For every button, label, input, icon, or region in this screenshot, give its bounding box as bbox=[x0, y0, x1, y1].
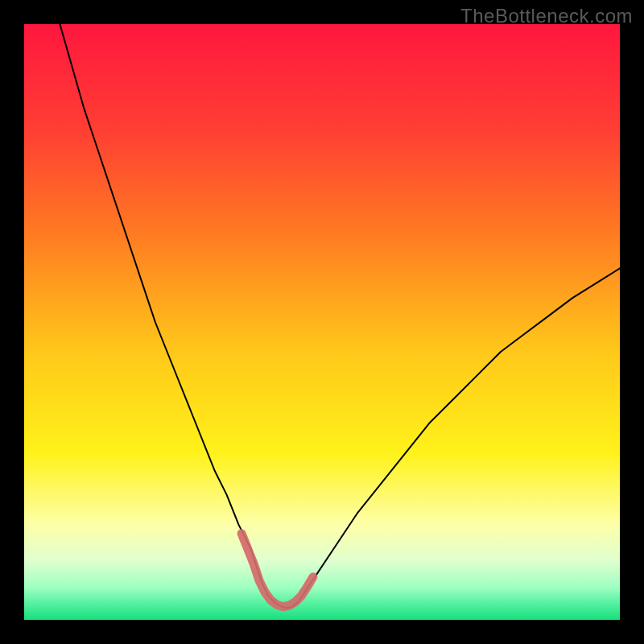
chart-svg bbox=[24, 24, 620, 620]
chart-frame: TheBottleneck.com bbox=[0, 0, 644, 644]
gradient-background bbox=[24, 24, 620, 620]
watermark-text: TheBottleneck.com bbox=[460, 5, 633, 27]
plot-area bbox=[24, 24, 620, 620]
